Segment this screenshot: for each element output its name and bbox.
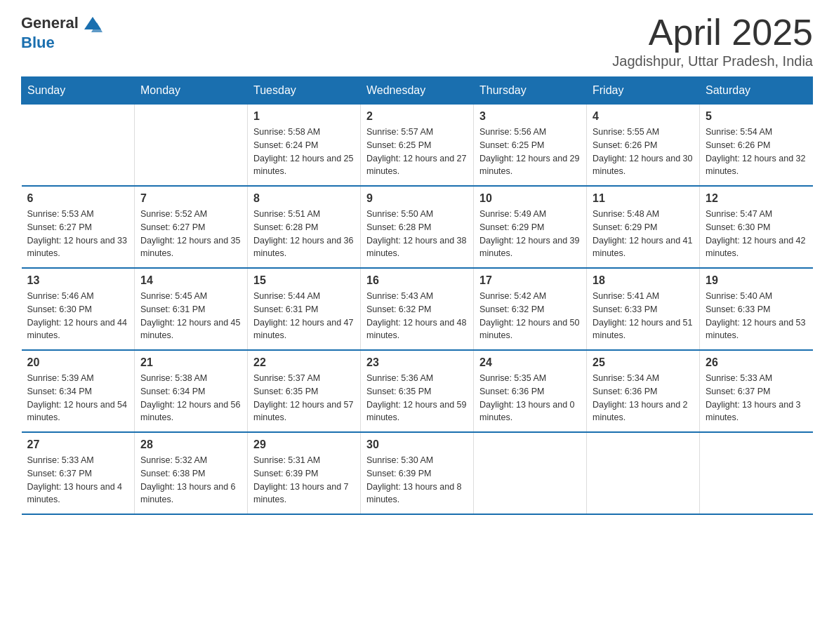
day-number: 10 [479, 192, 581, 205]
day-info: Sunrise: 5:39 AM Sunset: 6:34 PM Dayligh… [27, 372, 129, 424]
day-number: 20 [27, 356, 129, 369]
calendar-cell: 13Sunrise: 5:46 AM Sunset: 6:30 PM Dayli… [22, 268, 135, 350]
calendar-cell [587, 432, 700, 514]
logo-icon [83, 14, 102, 34]
day-info: Sunrise: 5:53 AM Sunset: 6:27 PM Dayligh… [27, 208, 129, 260]
day-info: Sunrise: 5:51 AM Sunset: 6:28 PM Dayligh… [253, 208, 355, 260]
calendar-cell: 30Sunrise: 5:30 AM Sunset: 6:39 PM Dayli… [361, 432, 474, 514]
day-number: 27 [27, 438, 129, 451]
calendar-week-row: 6Sunrise: 5:53 AM Sunset: 6:27 PM Daylig… [22, 186, 813, 268]
calendar-cell: 8Sunrise: 5:51 AM Sunset: 6:28 PM Daylig… [248, 186, 361, 268]
page-header: General Blue April 2025 Jagdishpur, Utta… [21, 14, 813, 69]
day-info: Sunrise: 5:36 AM Sunset: 6:35 PM Dayligh… [366, 372, 468, 424]
calendar-cell: 18Sunrise: 5:41 AM Sunset: 6:33 PM Dayli… [587, 268, 700, 350]
day-number: 14 [140, 274, 241, 287]
day-info: Sunrise: 5:38 AM Sunset: 6:34 PM Dayligh… [140, 372, 241, 424]
logo-text-blue: Blue [21, 34, 55, 51]
day-info: Sunrise: 5:49 AM Sunset: 6:29 PM Dayligh… [479, 208, 581, 260]
calendar-cell [22, 105, 135, 187]
calendar-cell: 17Sunrise: 5:42 AM Sunset: 6:32 PM Dayli… [474, 268, 587, 350]
calendar-cell: 29Sunrise: 5:31 AM Sunset: 6:39 PM Dayli… [248, 432, 361, 514]
day-info: Sunrise: 5:54 AM Sunset: 6:26 PM Dayligh… [706, 126, 807, 178]
day-number: 26 [706, 356, 807, 369]
day-number: 17 [479, 274, 581, 287]
calendar-cell: 20Sunrise: 5:39 AM Sunset: 6:34 PM Dayli… [22, 350, 135, 432]
month-title: April 2025 [612, 14, 813, 51]
day-number: 11 [593, 192, 694, 205]
day-number: 30 [366, 438, 468, 451]
calendar-cell: 21Sunrise: 5:38 AM Sunset: 6:34 PM Dayli… [135, 350, 248, 432]
calendar-cell: 16Sunrise: 5:43 AM Sunset: 6:32 PM Dayli… [361, 268, 474, 350]
calendar-cell: 10Sunrise: 5:49 AM Sunset: 6:29 PM Dayli… [474, 186, 587, 268]
day-number: 7 [140, 192, 241, 205]
day-info: Sunrise: 5:50 AM Sunset: 6:28 PM Dayligh… [366, 208, 468, 260]
day-info: Sunrise: 5:30 AM Sunset: 6:39 PM Dayligh… [366, 454, 468, 507]
day-number: 9 [366, 192, 468, 205]
day-info: Sunrise: 5:31 AM Sunset: 6:39 PM Dayligh… [253, 454, 355, 507]
calendar-cell: 4Sunrise: 5:55 AM Sunset: 6:26 PM Daylig… [587, 105, 700, 187]
calendar-cell: 22Sunrise: 5:37 AM Sunset: 6:35 PM Dayli… [248, 350, 361, 432]
day-info: Sunrise: 5:52 AM Sunset: 6:27 PM Dayligh… [140, 208, 241, 260]
calendar-header-wednesday: Wednesday [361, 77, 474, 105]
day-info: Sunrise: 5:57 AM Sunset: 6:25 PM Dayligh… [366, 126, 468, 178]
day-info: Sunrise: 5:47 AM Sunset: 6:30 PM Dayligh… [706, 208, 807, 260]
day-info: Sunrise: 5:56 AM Sunset: 6:25 PM Dayligh… [479, 126, 581, 178]
calendar-cell: 7Sunrise: 5:52 AM Sunset: 6:27 PM Daylig… [135, 186, 248, 268]
calendar-cell: 28Sunrise: 5:32 AM Sunset: 6:38 PM Dayli… [135, 432, 248, 514]
calendar-cell: 27Sunrise: 5:33 AM Sunset: 6:37 PM Dayli… [22, 432, 135, 514]
day-info: Sunrise: 5:32 AM Sunset: 6:38 PM Dayligh… [140, 454, 241, 507]
day-number: 2 [366, 110, 468, 123]
day-info: Sunrise: 5:46 AM Sunset: 6:30 PM Dayligh… [27, 290, 129, 342]
calendar-header-thursday: Thursday [474, 77, 587, 105]
calendar-week-row: 20Sunrise: 5:39 AM Sunset: 6:34 PM Dayli… [22, 350, 813, 432]
calendar-cell: 23Sunrise: 5:36 AM Sunset: 6:35 PM Dayli… [361, 350, 474, 432]
calendar-cell: 5Sunrise: 5:54 AM Sunset: 6:26 PM Daylig… [700, 105, 813, 187]
calendar-cell [700, 432, 813, 514]
calendar-cell: 15Sunrise: 5:44 AM Sunset: 6:31 PM Dayli… [248, 268, 361, 350]
calendar-week-row: 27Sunrise: 5:33 AM Sunset: 6:37 PM Dayli… [22, 432, 813, 514]
day-number: 1 [253, 110, 355, 123]
day-number: 5 [706, 110, 807, 123]
day-number: 6 [27, 192, 129, 205]
calendar-cell: 6Sunrise: 5:53 AM Sunset: 6:27 PM Daylig… [22, 186, 135, 268]
day-info: Sunrise: 5:40 AM Sunset: 6:33 PM Dayligh… [706, 290, 807, 342]
calendar-cell: 25Sunrise: 5:34 AM Sunset: 6:36 PM Dayli… [587, 350, 700, 432]
day-info: Sunrise: 5:55 AM Sunset: 6:26 PM Dayligh… [593, 126, 694, 178]
day-number: 29 [253, 438, 355, 451]
day-info: Sunrise: 5:58 AM Sunset: 6:24 PM Dayligh… [253, 126, 355, 178]
calendar-cell: 11Sunrise: 5:48 AM Sunset: 6:29 PM Dayli… [587, 186, 700, 268]
calendar-cell: 24Sunrise: 5:35 AM Sunset: 6:36 PM Dayli… [474, 350, 587, 432]
calendar-header-friday: Friday [587, 77, 700, 105]
day-number: 23 [366, 356, 468, 369]
day-info: Sunrise: 5:37 AM Sunset: 6:35 PM Dayligh… [253, 372, 355, 424]
day-number: 8 [253, 192, 355, 205]
calendar-cell: 12Sunrise: 5:47 AM Sunset: 6:30 PM Dayli… [700, 186, 813, 268]
day-info: Sunrise: 5:35 AM Sunset: 6:36 PM Dayligh… [479, 372, 581, 424]
calendar-cell: 14Sunrise: 5:45 AM Sunset: 6:31 PM Dayli… [135, 268, 248, 350]
calendar-header-row: SundayMondayTuesdayWednesdayThursdayFrid… [22, 77, 813, 105]
day-number: 19 [706, 274, 807, 287]
day-info: Sunrise: 5:43 AM Sunset: 6:32 PM Dayligh… [366, 290, 468, 342]
day-number: 21 [140, 356, 241, 369]
logo: General Blue [21, 14, 102, 52]
calendar-cell [474, 432, 587, 514]
day-info: Sunrise: 5:45 AM Sunset: 6:31 PM Dayligh… [140, 290, 241, 342]
day-number: 16 [366, 274, 468, 287]
calendar-cell: 19Sunrise: 5:40 AM Sunset: 6:33 PM Dayli… [700, 268, 813, 350]
day-number: 12 [706, 192, 807, 205]
logo-text-general: General [21, 14, 79, 32]
day-info: Sunrise: 5:33 AM Sunset: 6:37 PM Dayligh… [27, 454, 129, 507]
day-number: 18 [593, 274, 694, 287]
day-number: 22 [253, 356, 355, 369]
day-number: 4 [593, 110, 694, 123]
calendar: SundayMondayTuesdayWednesdayThursdayFrid… [21, 76, 813, 515]
calendar-header-tuesday: Tuesday [248, 77, 361, 105]
calendar-cell: 1Sunrise: 5:58 AM Sunset: 6:24 PM Daylig… [248, 105, 361, 187]
day-number: 3 [479, 110, 581, 123]
calendar-cell: 26Sunrise: 5:33 AM Sunset: 6:37 PM Dayli… [700, 350, 813, 432]
calendar-cell [135, 105, 248, 187]
day-number: 24 [479, 356, 581, 369]
calendar-header-sunday: Sunday [22, 77, 135, 105]
calendar-week-row: 1Sunrise: 5:58 AM Sunset: 6:24 PM Daylig… [22, 105, 813, 187]
day-number: 13 [27, 274, 129, 287]
